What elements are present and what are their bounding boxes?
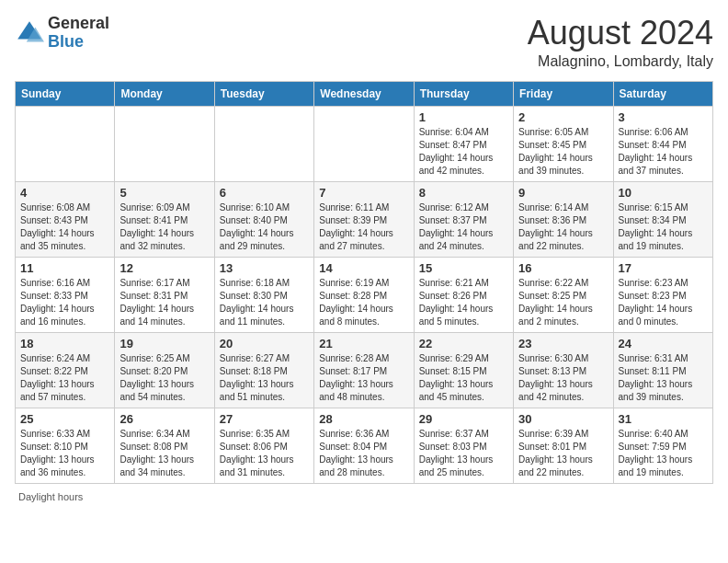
title-area: August 2024 Malagnino, Lombardy, Italy <box>528 15 713 70</box>
calendar-day-header: Sunday <box>16 81 115 106</box>
calendar-day-cell: 18Sunrise: 6:24 AM Sunset: 8:22 PM Dayli… <box>16 332 115 408</box>
day-number: 22 <box>419 337 508 350</box>
calendar-day-cell: 10Sunrise: 6:15 AM Sunset: 8:34 PM Dayli… <box>613 181 712 257</box>
day-number: 31 <box>619 412 708 426</box>
calendar-week-row: 25Sunrise: 6:33 AM Sunset: 8:10 PM Dayli… <box>16 408 713 483</box>
calendar-day-header: Friday <box>514 81 613 106</box>
day-number: 20 <box>220 337 309 350</box>
calendar-day-cell: 31Sunrise: 6:40 AM Sunset: 7:59 PM Dayli… <box>613 408 712 483</box>
calendar-day-cell: 21Sunrise: 6:28 AM Sunset: 8:17 PM Dayli… <box>314 332 414 408</box>
logo-icon <box>15 18 44 48</box>
day-number: 6 <box>220 186 309 200</box>
day-info: Sunrise: 6:31 AM Sunset: 8:11 PM Dayligh… <box>619 352 708 404</box>
calendar-day-cell: 11Sunrise: 6:16 AM Sunset: 8:33 PM Dayli… <box>16 257 115 332</box>
day-info: Sunrise: 6:12 AM Sunset: 8:37 PM Dayligh… <box>419 201 508 253</box>
calendar-day-cell: 28Sunrise: 6:36 AM Sunset: 8:04 PM Dayli… <box>314 408 414 483</box>
day-number: 4 <box>20 186 109 200</box>
day-info: Sunrise: 6:11 AM Sunset: 8:39 PM Dayligh… <box>319 201 408 253</box>
calendar-day-cell: 15Sunrise: 6:21 AM Sunset: 8:26 PM Dayli… <box>414 257 513 332</box>
day-info: Sunrise: 6:27 AM Sunset: 8:18 PM Dayligh… <box>220 352 309 404</box>
day-info: Sunrise: 6:22 AM Sunset: 8:25 PM Dayligh… <box>518 277 608 328</box>
calendar-day-cell: 22Sunrise: 6:29 AM Sunset: 8:15 PM Dayli… <box>414 332 513 408</box>
calendar-day-cell: 2Sunrise: 6:05 AM Sunset: 8:45 PM Daylig… <box>514 106 613 181</box>
day-number: 16 <box>518 261 608 275</box>
day-number: 18 <box>20 337 109 350</box>
day-number: 12 <box>119 261 209 275</box>
calendar-day-cell <box>16 106 115 181</box>
page-title: August 2024 <box>528 15 713 52</box>
day-info: Sunrise: 6:10 AM Sunset: 8:40 PM Dayligh… <box>220 201 309 253</box>
day-number: 7 <box>319 186 408 200</box>
day-info: Sunrise: 6:05 AM Sunset: 8:45 PM Dayligh… <box>518 126 608 178</box>
calendar-week-row: 4Sunrise: 6:08 AM Sunset: 8:43 PM Daylig… <box>16 181 713 257</box>
calendar-day-cell: 19Sunrise: 6:25 AM Sunset: 8:20 PM Dayli… <box>115 332 214 408</box>
calendar-day-header: Thursday <box>414 81 513 106</box>
day-number: 17 <box>619 261 708 275</box>
day-info: Sunrise: 6:36 AM Sunset: 8:04 PM Dayligh… <box>319 428 408 479</box>
calendar-week-row: 18Sunrise: 6:24 AM Sunset: 8:22 PM Dayli… <box>16 332 713 408</box>
logo-general: General <box>48 15 109 33</box>
day-number: 15 <box>419 261 508 275</box>
day-info: Sunrise: 6:04 AM Sunset: 8:47 PM Dayligh… <box>419 126 508 178</box>
calendar-day-cell: 12Sunrise: 6:17 AM Sunset: 8:31 PM Dayli… <box>115 257 214 332</box>
day-info: Sunrise: 6:39 AM Sunset: 8:01 PM Dayligh… <box>518 428 608 479</box>
calendar-day-cell <box>314 106 414 181</box>
day-info: Sunrise: 6:40 AM Sunset: 7:59 PM Dayligh… <box>619 428 708 479</box>
calendar-day-header: Monday <box>115 81 214 106</box>
day-number: 23 <box>518 337 608 350</box>
day-info: Sunrise: 6:29 AM Sunset: 8:15 PM Dayligh… <box>419 352 508 404</box>
day-info: Sunrise: 6:24 AM Sunset: 8:22 PM Dayligh… <box>20 352 109 404</box>
day-number: 25 <box>20 412 109 426</box>
day-number: 29 <box>419 412 508 426</box>
calendar-week-row: 11Sunrise: 6:16 AM Sunset: 8:33 PM Dayli… <box>16 257 713 332</box>
day-number: 5 <box>119 186 209 200</box>
day-info: Sunrise: 6:37 AM Sunset: 8:03 PM Dayligh… <box>419 428 508 479</box>
day-info: Sunrise: 6:33 AM Sunset: 8:10 PM Dayligh… <box>20 428 109 479</box>
day-info: Sunrise: 6:17 AM Sunset: 8:31 PM Dayligh… <box>119 277 209 328</box>
calendar-day-header: Wednesday <box>314 81 414 106</box>
calendar-day-header: Tuesday <box>214 81 313 106</box>
day-info: Sunrise: 6:18 AM Sunset: 8:30 PM Dayligh… <box>220 277 309 328</box>
calendar-day-cell <box>214 106 313 181</box>
calendar-day-cell: 25Sunrise: 6:33 AM Sunset: 8:10 PM Dayli… <box>16 408 115 483</box>
day-info: Sunrise: 6:34 AM Sunset: 8:08 PM Dayligh… <box>119 428 209 479</box>
calendar-day-cell <box>115 106 214 181</box>
footer-note: Daylight hours <box>15 491 713 502</box>
calendar-week-row: 1Sunrise: 6:04 AM Sunset: 8:47 PM Daylig… <box>16 106 713 181</box>
calendar-day-cell: 7Sunrise: 6:11 AM Sunset: 8:39 PM Daylig… <box>314 181 414 257</box>
page-subtitle: Malagnino, Lombardy, Italy <box>528 53 713 70</box>
day-number: 1 <box>419 110 508 124</box>
calendar-day-cell: 6Sunrise: 6:10 AM Sunset: 8:40 PM Daylig… <box>214 181 313 257</box>
day-number: 24 <box>619 337 708 350</box>
calendar-day-cell: 13Sunrise: 6:18 AM Sunset: 8:30 PM Dayli… <box>214 257 313 332</box>
day-info: Sunrise: 6:28 AM Sunset: 8:17 PM Dayligh… <box>319 352 408 404</box>
day-number: 19 <box>119 337 209 350</box>
day-info: Sunrise: 6:35 AM Sunset: 8:06 PM Dayligh… <box>220 428 309 479</box>
logo: General Blue <box>15 15 109 52</box>
day-info: Sunrise: 6:25 AM Sunset: 8:20 PM Dayligh… <box>119 352 209 404</box>
day-info: Sunrise: 6:30 AM Sunset: 8:13 PM Dayligh… <box>518 352 608 404</box>
day-info: Sunrise: 6:06 AM Sunset: 8:44 PM Dayligh… <box>619 126 708 178</box>
day-number: 10 <box>619 186 708 200</box>
day-info: Sunrise: 6:23 AM Sunset: 8:23 PM Dayligh… <box>619 277 708 328</box>
day-info: Sunrise: 6:15 AM Sunset: 8:34 PM Dayligh… <box>619 201 708 253</box>
calendar-day-cell: 14Sunrise: 6:19 AM Sunset: 8:28 PM Dayli… <box>314 257 414 332</box>
day-number: 11 <box>20 261 109 275</box>
calendar-day-cell: 9Sunrise: 6:14 AM Sunset: 8:36 PM Daylig… <box>514 181 613 257</box>
calendar-table: SundayMondayTuesdayWednesdayThursdayFrid… <box>15 81 713 484</box>
day-number: 21 <box>319 337 408 350</box>
day-number: 9 <box>518 186 608 200</box>
calendar-day-cell: 5Sunrise: 6:09 AM Sunset: 8:41 PM Daylig… <box>115 181 214 257</box>
day-info: Sunrise: 6:21 AM Sunset: 8:26 PM Dayligh… <box>419 277 508 328</box>
day-number: 14 <box>319 261 408 275</box>
day-number: 27 <box>220 412 309 426</box>
calendar-day-cell: 17Sunrise: 6:23 AM Sunset: 8:23 PM Dayli… <box>613 257 712 332</box>
calendar-header-row: SundayMondayTuesdayWednesdayThursdayFrid… <box>16 81 713 106</box>
day-number: 28 <box>319 412 408 426</box>
day-info: Sunrise: 6:16 AM Sunset: 8:33 PM Dayligh… <box>20 277 109 328</box>
day-number: 2 <box>518 110 608 124</box>
calendar-day-cell: 29Sunrise: 6:37 AM Sunset: 8:03 PM Dayli… <box>414 408 513 483</box>
day-number: 26 <box>119 412 209 426</box>
day-number: 13 <box>220 261 309 275</box>
calendar-day-cell: 16Sunrise: 6:22 AM Sunset: 8:25 PM Dayli… <box>514 257 613 332</box>
